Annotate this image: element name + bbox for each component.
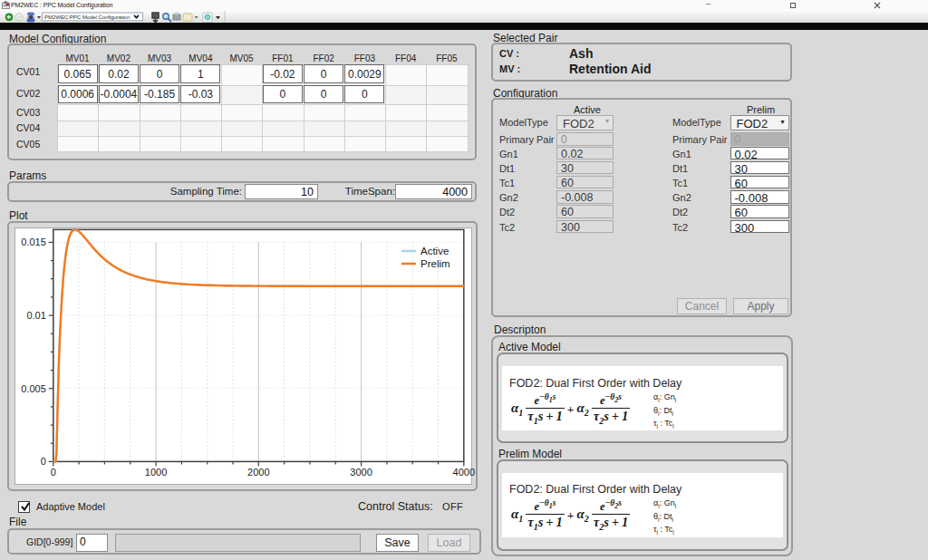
svg-text:1000: 1000 <box>145 467 167 478</box>
svg-text:Active: Active <box>420 246 449 256</box>
svg-text:0: 0 <box>41 456 46 467</box>
svg-text:0.01: 0.01 <box>26 310 45 321</box>
svg-text:PM2WEC:PPC Model Configuration: PM2WEC:PPC Model Configuration <box>44 14 130 20</box>
svg-text:0.015: 0.015 <box>21 237 46 247</box>
svg-text:0.005: 0.005 <box>21 383 46 394</box>
svg-text:4000: 4000 <box>453 467 475 478</box>
svg-text:Prelim: Prelim <box>420 258 450 269</box>
svg-text:3000: 3000 <box>350 467 372 478</box>
svg-text:2000: 2000 <box>247 467 269 478</box>
svg-text:0: 0 <box>51 467 56 478</box>
